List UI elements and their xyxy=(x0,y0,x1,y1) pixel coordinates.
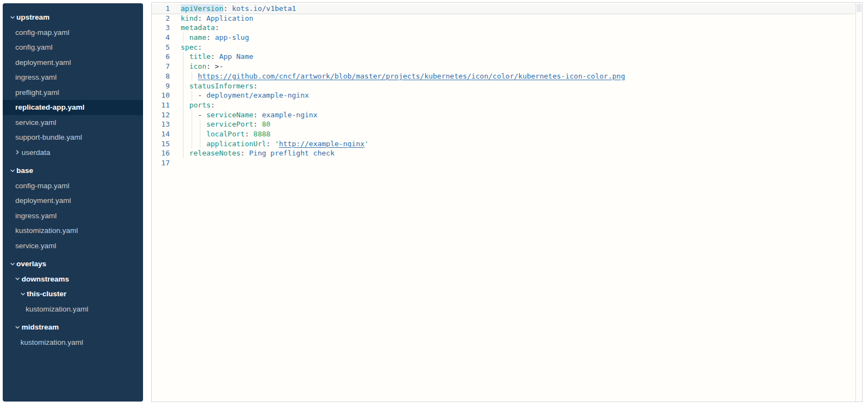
tree-item-config-yaml[interactable]: config.yaml xyxy=(3,40,143,55)
code-token: Ping preflight check xyxy=(249,149,335,157)
tree-item-ingress-yaml[interactable]: ingress.yaml xyxy=(3,208,143,224)
tree-item-deployment-yaml[interactable]: deployment.yaml xyxy=(3,55,143,70)
line-number: 11 xyxy=(152,100,170,110)
code-token: : xyxy=(253,111,262,119)
code-token: : xyxy=(211,101,215,109)
line-number: 15 xyxy=(152,139,170,149)
code-token: : xyxy=(198,14,206,22)
code-token: spec xyxy=(181,43,198,51)
code-token xyxy=(181,120,206,128)
tree-item-config-map-yaml[interactable]: config-map.yaml xyxy=(3,25,143,40)
tree-item-label: support-bundle.yaml xyxy=(15,133,82,141)
tree-item-downstreams[interactable]: downstreams xyxy=(3,272,143,287)
tree-item-label: replicated-app.yaml xyxy=(15,103,85,111)
line-number: 16 xyxy=(152,148,170,158)
code-area[interactable]: 1apiVersion: kots.io/v1beta12kind: Appli… xyxy=(152,3,855,402)
code-line[interactable]: 8 https://github.com/cncf/artwork/blob/m… xyxy=(152,71,855,81)
tree-item-deployment-yaml[interactable]: deployment.yaml xyxy=(3,193,143,208)
code-token: statusInformers xyxy=(189,82,253,90)
code-line[interactable]: 5spec: xyxy=(152,43,855,52)
code-line[interactable]: 17 xyxy=(152,158,855,168)
tree-item-ingress-yaml[interactable]: ingress.yaml xyxy=(3,70,143,85)
chevron-right-icon xyxy=(15,149,21,155)
code-line[interactable]: 16 releaseNotes: Ping preflight check xyxy=(152,148,855,158)
vertical-scrollbar[interactable] xyxy=(855,3,862,402)
code-token: 80 xyxy=(262,120,271,128)
indent-guide xyxy=(183,129,183,139)
code-token: kots.io/v1beta1 xyxy=(232,4,296,13)
code-line[interactable]: 3metadata: xyxy=(152,23,855,33)
line-number: 9 xyxy=(152,81,170,91)
code-line[interactable]: 15 applicationUrl: 'http://example-nginx… xyxy=(152,139,855,149)
code-line[interactable]: 2kind: Application xyxy=(152,14,855,23)
indent-guide xyxy=(200,129,200,139)
tree-item-label: overlays xyxy=(16,260,46,268)
url-link[interactable]: https://github.com/cncf/artwork/blob/mas… xyxy=(198,72,625,80)
tree-item-label: kustomization.yaml xyxy=(15,226,78,235)
code-line[interactable]: 13 servicePort: 80 xyxy=(152,119,855,129)
code-line[interactable]: 7 icon: >- xyxy=(152,62,855,71)
tree-item-label: ingress.yaml xyxy=(15,73,57,81)
code-token: serviceName xyxy=(206,111,253,119)
code-token: metadata xyxy=(181,23,215,32)
tree-item-preflight-yaml[interactable]: preflight.yaml xyxy=(3,85,143,100)
line-number: 6 xyxy=(152,52,170,62)
tree-item-label: this-cluster xyxy=(27,290,67,298)
code-token: Application xyxy=(206,14,253,22)
tree-item-overlays[interactable]: overlays xyxy=(3,256,143,272)
indent-guide xyxy=(192,139,192,149)
code-line[interactable]: 9 statusInformers: xyxy=(152,81,855,91)
tree-item-label: base xyxy=(16,166,33,175)
tree-item-midstream[interactable]: midstream xyxy=(3,320,143,335)
code-token xyxy=(181,130,206,138)
tree-item-base[interactable]: base xyxy=(3,163,143,178)
indent-guide xyxy=(192,129,192,139)
code-line[interactable]: 14 localPort: 8888 xyxy=(152,129,855,139)
code-token: servicePort xyxy=(206,120,253,128)
tree-item-service-yaml[interactable]: service.yaml xyxy=(3,238,143,254)
code-token: : xyxy=(241,149,249,157)
tree-item-kustomization-yaml[interactable]: kustomization.yaml xyxy=(3,223,143,238)
code-token: : xyxy=(266,140,275,148)
url-link[interactable]: http://example-nginx xyxy=(279,140,365,148)
tree-item-userdata[interactable]: userdata xyxy=(3,145,143,160)
code-line-content: releaseNotes: Ping preflight check xyxy=(170,148,855,158)
line-number: 2 xyxy=(152,14,170,23)
line-number: 4 xyxy=(152,33,170,43)
code-line[interactable]: 1apiVersion: kots.io/v1beta1 xyxy=(152,4,855,14)
code-editor[interactable]: 1apiVersion: kots.io/v1beta12kind: Appli… xyxy=(151,2,863,402)
scrollbar-thumb[interactable] xyxy=(857,4,861,12)
code-line-content: kind: Application xyxy=(170,14,855,23)
tree-item-label: preflight.yaml xyxy=(15,88,59,97)
tree-item-this-cluster[interactable]: this-cluster xyxy=(3,286,143,302)
code-line[interactable]: 10 - deployment/example-nginx xyxy=(152,91,855,100)
code-line-content: https://github.com/cncf/artwork/blob/mas… xyxy=(170,71,855,81)
code-line-content xyxy=(170,158,855,168)
line-number: 8 xyxy=(152,71,170,81)
line-number: 17 xyxy=(152,158,170,168)
tree-item-label: upstream xyxy=(16,13,50,21)
tree-item-upstream[interactable]: upstream xyxy=(3,10,143,25)
line-number: 14 xyxy=(152,129,170,139)
line-number: 1 xyxy=(152,4,170,14)
tree-item-service-yaml[interactable]: service.yaml xyxy=(3,115,143,130)
tree-item-label: ingress.yaml xyxy=(15,212,57,220)
line-number: 10 xyxy=(152,91,170,100)
tree-item-label: deployment.yaml xyxy=(15,196,71,205)
tree-item-kustomization-yaml[interactable]: kustomization.yaml xyxy=(3,335,143,350)
code-line-content: metadata: xyxy=(170,23,855,33)
code-token: example-nginx xyxy=(262,111,318,119)
tree-item-kustomization-yaml[interactable]: kustomization.yaml xyxy=(3,302,143,317)
tree-item-replicated-app-yaml[interactable]: replicated-app.yaml xyxy=(3,100,143,115)
code-line[interactable]: 11 ports: xyxy=(152,100,855,110)
code-token xyxy=(181,33,189,41)
code-line[interactable]: 4 name: app-slug xyxy=(152,33,855,43)
code-token: releaseNotes xyxy=(189,149,241,157)
tree-item-label: service.yaml xyxy=(15,242,56,250)
tree-item-config-map-yaml[interactable]: config-map.yaml xyxy=(3,178,143,194)
code-line-content: localPort: 8888 xyxy=(170,129,855,139)
code-line[interactable]: 12 - serviceName: example-nginx xyxy=(152,110,855,120)
indent-guide xyxy=(192,71,192,81)
tree-item-support-bundle-yaml[interactable]: support-bundle.yaml xyxy=(3,130,143,145)
code-line[interactable]: 6 title: App Name xyxy=(152,52,855,62)
